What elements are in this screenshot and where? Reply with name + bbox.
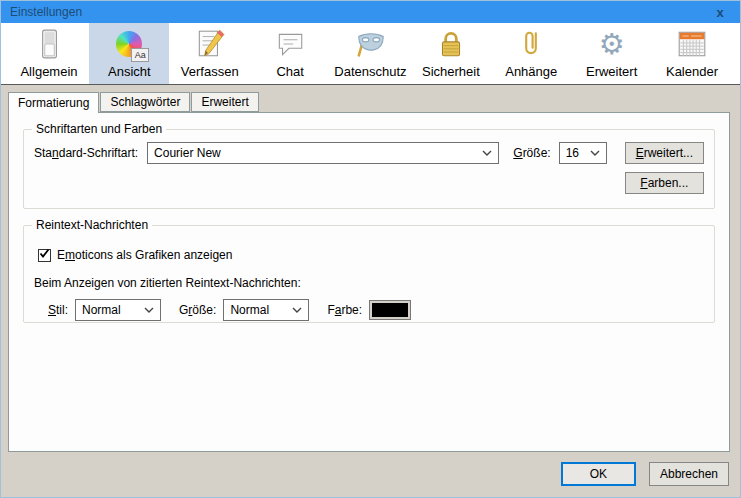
chevron-down-icon <box>474 150 492 156</box>
gear-icon: ⚙ <box>594 26 630 62</box>
toolbar-item-label: Allgemein <box>20 64 77 79</box>
cancel-button[interactable]: Abbrechen <box>649 462 729 486</box>
chevron-down-icon <box>284 307 302 313</box>
default-font-value: Courier New <box>154 146 221 160</box>
formatierung-panel: Schriftarten und Farben Standard-Schrift… <box>8 112 730 452</box>
quoted-style-select[interactable]: Normal <box>75 299 161 321</box>
toolbar-item-label: Ansicht <box>108 64 151 79</box>
calendar-icon <box>674 26 710 62</box>
quoted-size-value: Normal <box>230 303 269 317</box>
toolbar-item-anhaenge[interactable]: Anhänge <box>491 23 571 84</box>
toolbar-item-label: Datenschutz <box>334 64 406 79</box>
chat-bubble-icon <box>272 26 308 62</box>
font-size-value: 16 <box>566 146 579 160</box>
toolbar-item-label: Anhänge <box>505 64 557 79</box>
style-label: Stil: <box>48 303 68 317</box>
toolbar-item-erweitert[interactable]: ⚙ Erweitert <box>572 23 652 84</box>
font-badge: Aa <box>131 48 149 62</box>
dialog-content: Formatierung Schlagwörter Erweitert Schr… <box>1 85 740 497</box>
color-palette-icon: Aa <box>111 26 147 62</box>
default-font-select[interactable]: Courier New <box>147 142 499 164</box>
checkmark-icon <box>39 248 50 262</box>
toolbar-item-label: Chat <box>276 64 303 79</box>
chevron-down-icon <box>582 150 600 156</box>
quoted-color-label: Farbe: <box>327 303 362 317</box>
settings-toolbar: Allgemein Aa Ansicht Verfa <box>1 23 740 85</box>
quoted-size-label: Größe: <box>179 303 216 317</box>
quoted-size-select[interactable]: Normal <box>223 299 309 321</box>
group-title: Reintext-Nachrichten <box>32 218 152 232</box>
title-bar[interactable]: Einstellungen x <box>1 1 740 23</box>
tab-erweitert[interactable]: Erweitert <box>191 92 258 112</box>
toolbar-item-ansicht[interactable]: Aa Ansicht <box>89 23 169 84</box>
ok-button[interactable]: OK <box>561 462 636 486</box>
quoted-color-picker[interactable] <box>369 300 411 320</box>
plaintext-group: Reintext-Nachrichten Emoticons als Grafi… <box>23 225 715 323</box>
fonts-colors-group: Schriftarten und Farben Standard-Schrift… <box>23 129 715 209</box>
mask-icon <box>353 26 389 62</box>
chevron-down-icon <box>136 307 154 313</box>
font-buttons-stack: Erweitert... Farben... <box>625 142 704 194</box>
font-size-select[interactable]: 16 <box>559 142 607 164</box>
settings-window: Einstellungen x Allgemein Aa Ansicht <box>0 0 741 498</box>
lock-icon <box>433 26 469 62</box>
emoticons-checkbox[interactable] <box>38 249 51 262</box>
toolbar-item-verfassen[interactable]: Verfassen <box>170 23 250 84</box>
window-title: Einstellungen <box>10 5 709 19</box>
emoticons-label: Emoticons als Grafiken anzeigen <box>57 248 232 262</box>
font-size-label: Größe: <box>513 146 550 160</box>
default-font-label: Standard-Schriftart: <box>34 146 138 160</box>
tab-label: Erweitert <box>201 95 248 109</box>
toggle-switch-icon <box>31 26 67 62</box>
close-icon[interactable]: x <box>709 5 731 20</box>
toolbar-item-label: Verfassen <box>181 64 239 79</box>
compose-pencil-icon <box>192 26 228 62</box>
toolbar-item-label: Sicherheit <box>422 64 480 79</box>
tab-schlagwoerter[interactable]: Schlagwörter <box>100 92 190 112</box>
paperclip-icon <box>513 26 549 62</box>
toolbar-item-label: Kalender <box>666 64 718 79</box>
tab-formatierung[interactable]: Formatierung <box>8 92 99 113</box>
tab-label: Formatierung <box>18 96 89 110</box>
quoted-messages-label: Beim Anzeigen von zitierten Reintext-Nac… <box>34 276 704 290</box>
color-swatch <box>372 303 408 317</box>
toolbar-item-chat[interactable]: Chat <box>250 23 330 84</box>
tab-label: Schlagwörter <box>110 95 180 109</box>
colors-button[interactable]: Farben... <box>625 172 704 194</box>
toolbar-item-allgemein[interactable]: Allgemein <box>9 23 89 84</box>
toolbar-item-sicherheit[interactable]: Sicherheit <box>411 23 491 84</box>
toolbar-item-label: Erweitert <box>586 64 637 79</box>
advanced-fonts-button[interactable]: Erweitert... <box>625 142 704 164</box>
quoted-style-value: Normal <box>82 303 121 317</box>
view-tabs: Formatierung Schlagwörter Erweitert <box>8 91 730 112</box>
toolbar-item-datenschutz[interactable]: Datenschutz <box>331 23 411 84</box>
dialog-footer: OK Abbrechen <box>8 462 730 486</box>
group-title: Schriftarten und Farben <box>32 122 166 136</box>
toolbar-item-kalender[interactable]: Kalender <box>652 23 732 84</box>
